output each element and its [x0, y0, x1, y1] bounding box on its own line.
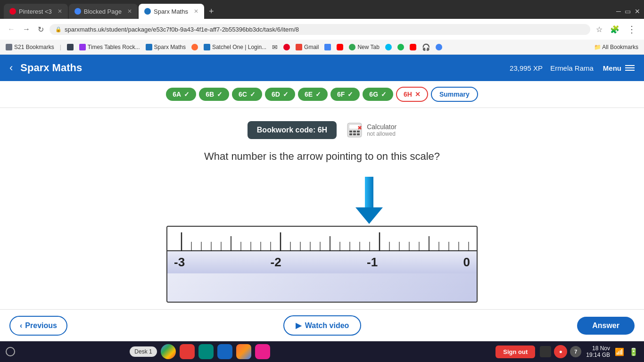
chip-6G[interactable]: 6G ✓: [363, 88, 393, 101]
close-tab-sparx[interactable]: ✕: [194, 8, 198, 15]
back-nav-button[interactable]: ←: [6, 23, 17, 35]
tab-pinterest-label: Pinterest <3: [19, 8, 52, 15]
hamburger-icon: [625, 65, 635, 71]
close-window-button[interactable]: ✕: [635, 8, 640, 15]
scale-numbers: -3 -2 -1 0: [167, 251, 477, 273]
wifi-icon: 📶: [615, 347, 624, 356]
chip-6F[interactable]: 6F ✓: [330, 88, 360, 101]
chrome-icon[interactable]: [161, 344, 176, 359]
bookmark-sparx-label: Sparx Maths: [154, 44, 186, 50]
scale-ticks: // This will be rendered via inline mark…: [167, 227, 477, 251]
back-button[interactable]: ‹: [9, 62, 13, 74]
forward-nav-button[interactable]: →: [21, 23, 32, 35]
blue-app-icon[interactable]: [217, 344, 232, 359]
bookmark-satchel[interactable]: Satchel One | Login...: [204, 44, 266, 50]
chip-summary[interactable]: Summary: [431, 87, 478, 102]
bookmark-xs[interactable]: [191, 44, 198, 50]
s21-icon: [6, 44, 12, 50]
svg-rect-5: [349, 133, 352, 135]
tab-pinterest[interactable]: Pinterest <3 ✕: [4, 4, 68, 19]
bookmark-pinterest[interactable]: [283, 44, 290, 50]
bookwork-row: Bookwork code: 6H Calculator not allowed: [248, 121, 396, 139]
notification-count: 7: [570, 346, 581, 357]
browser-menu-button[interactable]: ⋮: [625, 22, 638, 37]
bookmark-sparx[interactable]: Sparx Maths: [146, 44, 186, 50]
teal-app-icon[interactable]: [198, 344, 214, 359]
app-title: Sparx Maths: [20, 62, 510, 74]
chip-6F-label: 6F: [337, 90, 345, 98]
signout-button[interactable]: Sign out: [495, 346, 535, 358]
scale-ticks-svg: // This will be rendered via inline mark…: [167, 227, 478, 251]
battery-icon: 🔋: [629, 347, 638, 356]
taskbar-icons-right: ● 7: [540, 345, 581, 358]
red-app-icon[interactable]: [180, 344, 195, 359]
chip-6D[interactable]: 6D ✓: [265, 88, 295, 101]
scale-container: // This will be rendered via inline mark…: [162, 177, 482, 303]
calculator-icon: [346, 122, 363, 139]
pinterest-bm-icon: [283, 44, 290, 50]
pink-app-icon[interactable]: [255, 344, 270, 359]
bookmark-world[interactable]: [436, 44, 442, 50]
bookmark-yt2[interactable]: [410, 44, 416, 50]
answer-button[interactable]: Answer: [577, 317, 635, 335]
task-nav: 6A ✓ 6B ✓ 6C ✓ 6D ✓ 6E ✓ 6F ✓ 6G ✓ 6H ✕ …: [0, 81, 644, 108]
extensions-button[interactable]: 🧩: [608, 23, 621, 36]
bookmark-phone[interactable]: 🎧: [422, 43, 430, 51]
url-box[interactable]: 🔒 sparxmaths.uk/student/package/e53c7f0b…: [50, 24, 590, 35]
bookmark-s21-label: S21 Bookmarks: [14, 44, 54, 50]
chip-6B[interactable]: 6B ✓: [199, 88, 229, 101]
down-arrow: [355, 177, 383, 224]
chip-6D-check: ✓: [283, 90, 289, 98]
restore-button[interactable]: ▭: [625, 8, 631, 15]
tab-sparx[interactable]: Sparx Maths ✕: [139, 4, 204, 19]
bookmark-grid[interactable]: [67, 44, 74, 50]
chip-6B-label: 6B: [206, 90, 214, 98]
bookmarks-bar: S21 Bookmarks | Times Tables Rock... Spa…: [0, 40, 644, 55]
reload-button[interactable]: ↻: [36, 23, 46, 36]
taskbar-right: Sign out ● 7 18 Nov 19:14 GB 📶 🔋: [495, 345, 638, 358]
minimize-button[interactable]: ─: [616, 8, 621, 15]
chip-6E[interactable]: 6E ✓: [298, 88, 328, 101]
bookmark-c[interactable]: [385, 44, 392, 50]
bookmark-star-button[interactable]: ☆: [594, 23, 604, 36]
bookmark-gmail[interactable]: Gmail: [296, 44, 319, 50]
lock-icon: 🔒: [55, 26, 62, 33]
bookmark-newtab[interactable]: New Tab: [349, 44, 379, 50]
multi-app-icon[interactable]: [236, 344, 251, 359]
bookmark-mail[interactable]: ✉: [272, 43, 278, 51]
tab-bar: Pinterest <3 ✕ Blocked Page ✕ Sparx Math…: [0, 0, 644, 19]
bookmark-yt[interactable]: [337, 44, 343, 50]
tab-blocked[interactable]: Blocked Page ✕: [69, 4, 138, 19]
close-tab-pinterest[interactable]: ✕: [58, 8, 62, 15]
chip-6H-label: 6H: [404, 90, 412, 98]
bookmark-ttr[interactable]: Times Tables Rock...: [79, 44, 140, 50]
bookmark-s21[interactable]: S21 Bookmarks: [6, 44, 54, 50]
scale-box: // This will be rendered via inline mark…: [166, 226, 478, 303]
svg-rect-10: [365, 177, 373, 207]
mail-icon: ✉: [272, 43, 278, 51]
menu-button[interactable]: Menu: [603, 64, 635, 72]
watch-video-button[interactable]: ▶ Watch video: [283, 315, 362, 336]
chip-6A[interactable]: 6A ✓: [166, 88, 196, 101]
sparx-bm-icon: [146, 44, 152, 50]
chip-6H[interactable]: 6H ✕: [396, 87, 428, 102]
svg-rect-6: [353, 133, 356, 135]
bookmark-oo[interactable]: [324, 44, 331, 50]
notification-icon[interactable]: ●: [554, 345, 567, 358]
prev-chevron: ‹: [20, 321, 22, 330]
bookmark-spotify[interactable]: [397, 44, 404, 50]
chip-6B-check: ✓: [217, 90, 223, 98]
svg-rect-7: [357, 133, 360, 135]
grid-icon: [67, 44, 74, 50]
previous-button[interactable]: ‹ Previous: [9, 316, 67, 336]
calculator-sub: not allowed: [367, 131, 396, 137]
tab-sparx-label: Sparx Maths: [154, 8, 188, 15]
desk-label[interactable]: Desk 1: [130, 346, 157, 357]
arrow-position: [355, 177, 383, 226]
close-tab-blocked[interactable]: ✕: [127, 8, 132, 15]
all-bookmarks-link[interactable]: 📁 All Bookmarks: [594, 44, 638, 50]
new-tab-button[interactable]: +: [205, 7, 218, 16]
calculator-label: Calculator: [367, 123, 396, 131]
calculator-text: Calculator not allowed: [367, 123, 396, 137]
chip-6C[interactable]: 6C ✓: [232, 88, 262, 101]
